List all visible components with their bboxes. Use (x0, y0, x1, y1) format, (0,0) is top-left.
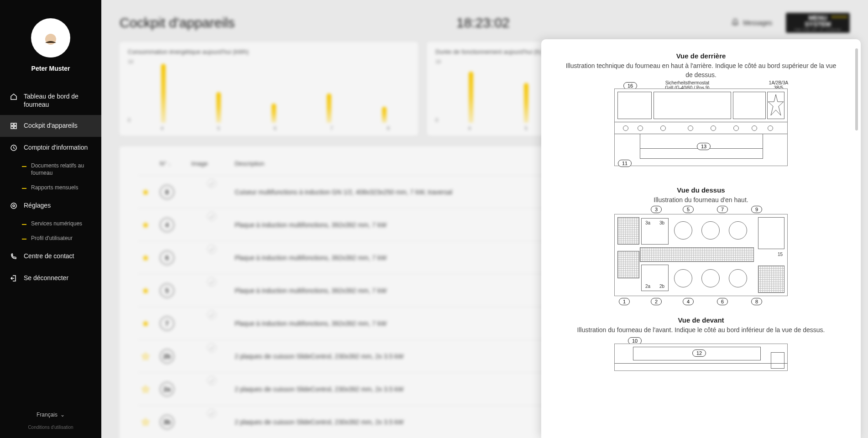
device-desc: 2 plaques de cuisson SlideControl, 230x3… (231, 340, 555, 373)
callout-4: 4 (683, 298, 694, 305)
callout-5: 5 (683, 206, 694, 213)
y-axis: 100 (128, 59, 133, 123)
expand-icon[interactable]: ⤢ (208, 278, 216, 286)
panel-section-top: Vue du dessus Illustration du fourneau d… (561, 186, 841, 298)
device-desc: Plaque à induction multifonctions, 392x3… (231, 241, 555, 274)
nav-settings[interactable]: Réglages (0, 195, 101, 217)
illustration-top: 3a 3b 2a 2b 15 (614, 214, 788, 296)
device-thumbnail[interactable]: ⤢ (191, 281, 214, 299)
callout-1: 1 (619, 298, 630, 305)
nav-cockpit[interactable]: Cockpit d'appareils (0, 115, 101, 137)
device-number-badge: 2b (160, 349, 174, 364)
expand-icon[interactable]: ⤢ (208, 344, 216, 352)
device-desc: Plaque à induction multifonctions, 392x3… (231, 307, 555, 340)
device-thumbnail[interactable]: ⤢ (191, 412, 214, 430)
star-icon[interactable]: ★ (141, 286, 150, 296)
sidebar-footer: Français ⌄ Conditions d'utilisation (0, 410, 101, 438)
brand-logo: ★★★★★ MENU SYSTEM THE FINE ART OF COOKIN… (786, 13, 850, 33)
callout-9: 9 (751, 206, 762, 213)
clock-icon (9, 143, 18, 152)
nav-logout[interactable]: Se déconnecter (0, 267, 101, 289)
svg-point-0 (45, 34, 56, 45)
chevron-down-icon: ⌄ (60, 412, 65, 418)
device-thumbnail[interactable]: ⤢ (191, 379, 214, 397)
expand-icon[interactable]: ⤢ (208, 311, 216, 319)
device-number-badge: 4 (160, 218, 174, 232)
star-icon[interactable]: ★ (141, 384, 150, 394)
bar (469, 72, 473, 123)
panel-section-rear: Vue de derrière Illustration technique d… (561, 52, 841, 168)
device-thumbnail[interactable]: ⤢ (191, 346, 214, 365)
bullet-icon (22, 239, 26, 240)
device-thumbnail[interactable]: ⤢ (191, 215, 214, 233)
device-number-badge: 7 (160, 316, 174, 331)
device-desc: 2 plaques de cuisson SlideControl, 230x3… (231, 373, 555, 406)
header: Cockpit d'appareils 18:23:02 Messages ★★… (120, 0, 850, 42)
callout-13: 13 (697, 143, 711, 150)
phone-icon (9, 252, 18, 261)
bullet-icon (22, 188, 26, 189)
nav-sub-profile[interactable]: Profil d'utilisateur (0, 231, 101, 246)
x-axis: 45678 (128, 125, 410, 131)
col-desc[interactable]: Description (231, 156, 555, 176)
nav-sub-documents[interactable]: Documents relatifs au fourneau (0, 159, 101, 180)
device-number-badge: 3b (160, 415, 174, 429)
bullet-icon (22, 224, 26, 225)
bar (327, 94, 331, 123)
device-number-badge: 2a (160, 382, 174, 396)
nav-info-desk[interactable]: Comptoir d'information (0, 137, 101, 159)
svg-rect-3 (14, 123, 16, 125)
user-profile[interactable]: Peter Muster (0, 0, 101, 81)
callout-11: 11 (618, 160, 632, 167)
svg-marker-9 (768, 94, 784, 115)
chart-area: 100 (128, 59, 410, 123)
callout-7: 7 (717, 206, 728, 213)
bar (382, 107, 387, 123)
col-image[interactable]: Image (188, 156, 231, 176)
device-thumbnail[interactable]: ⤢ (191, 313, 214, 332)
illustration-front: 12 (614, 344, 788, 371)
nav-contact[interactable]: Centre de contact (0, 245, 101, 267)
star-icon[interactable]: ★ (141, 253, 150, 263)
language-selector[interactable]: Français ⌄ (37, 412, 65, 418)
messages-button[interactable]: Messages (731, 18, 772, 28)
scrollbar[interactable] (855, 48, 858, 130)
expand-icon[interactable]: ⤢ (208, 212, 216, 220)
page-title: Cockpit d'appareils (120, 15, 235, 31)
sidebar: Peter Muster Tableau de bord de fourneau… (0, 0, 101, 438)
star-icon[interactable]: ★ (141, 351, 150, 361)
expand-icon[interactable]: ⤢ (208, 376, 216, 385)
layout-panel: › Disposition du fourneau Vue de derrièr… (541, 39, 861, 438)
bullet-icon (22, 166, 26, 167)
svg-point-8 (11, 203, 16, 209)
expand-icon[interactable]: ⤢ (208, 179, 216, 188)
illustration-rear: 13 (614, 89, 788, 166)
device-thumbnail[interactable]: ⤢ (191, 248, 214, 266)
nav-dashboard[interactable]: Tableau de bord de fourneau (0, 86, 101, 115)
nav-sub-digital-services[interactable]: Services numériques (0, 217, 101, 231)
stars-icon: ★★★★★ (831, 15, 847, 19)
svg-point-7 (13, 205, 15, 207)
panel-desc: Illustration technique du fourneau en ha… (561, 62, 841, 79)
nav-sub-reports[interactable]: Rapports mensuels (0, 181, 101, 195)
star-icon[interactable]: ★ (141, 220, 150, 230)
panel-title: Vue de derrière (561, 52, 841, 60)
device-thumbnail[interactable]: ⤢ (191, 182, 214, 200)
star-icon[interactable]: ★ (141, 318, 150, 328)
expand-icon[interactable]: ⤢ (208, 409, 216, 417)
y-axis: 100 (435, 59, 441, 123)
star-icon[interactable]: ★ (141, 187, 150, 197)
expand-icon[interactable]: ⤢ (208, 245, 216, 253)
avatar (31, 18, 70, 57)
chart-title: Consommation énergétique aujourd'hui (kW… (128, 48, 410, 55)
svg-rect-4 (11, 126, 13, 129)
col-num[interactable]: N°↓ (156, 156, 188, 176)
home-icon (9, 92, 18, 101)
svg-rect-5 (14, 126, 16, 129)
callout-12: 12 (692, 349, 706, 357)
star-icon[interactable]: ★ (141, 417, 150, 427)
terms-link[interactable]: Conditions d'utilisation (0, 425, 101, 430)
panel-title: Vue du dessus (561, 186, 841, 194)
svg-rect-2 (11, 123, 13, 125)
bars (138, 59, 410, 123)
